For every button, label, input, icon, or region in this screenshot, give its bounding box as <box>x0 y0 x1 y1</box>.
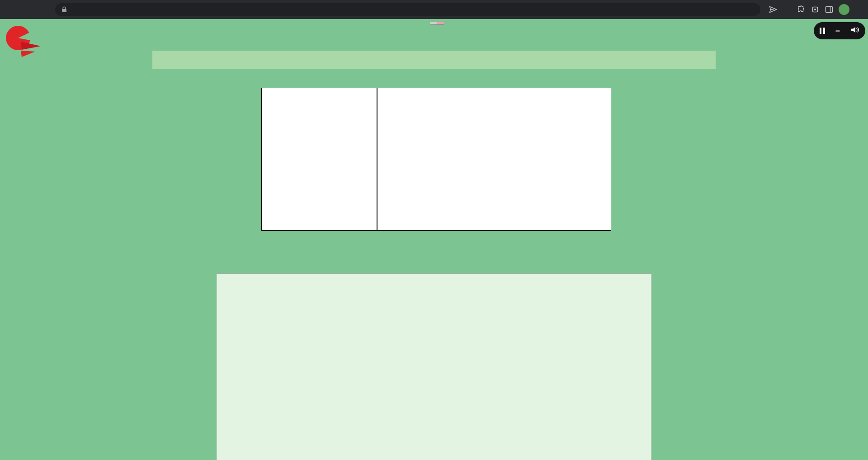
toolbar-icons <box>769 4 863 15</box>
heatmap-xaxis-ticks <box>377 231 611 241</box>
extensions-puzzle-icon[interactable] <box>797 5 806 14</box>
hourly-heatmap <box>377 88 611 231</box>
heatmap-xaxis-label <box>377 241 611 250</box>
audio-time-dash <box>835 30 840 32</box>
back-button[interactable] <box>5 2 19 17</box>
audio-player <box>814 22 865 39</box>
version-badge <box>430 22 444 24</box>
bar-xaxis-label <box>261 241 377 250</box>
spectrogram-image <box>222 280 646 460</box>
audio-pause-button[interactable] <box>820 28 825 34</box>
bookmark-star-icon[interactable] <box>783 5 792 14</box>
send-icon[interactable] <box>769 5 778 14</box>
nav-menu <box>152 51 716 69</box>
birdnetpi-logo <box>4 24 44 62</box>
bar-xaxis-ticks <box>261 231 377 241</box>
lock-icon <box>61 6 67 13</box>
profile-avatar[interactable] <box>839 4 849 15</box>
url-bar[interactable] <box>55 3 760 16</box>
detection-card <box>217 273 652 460</box>
detections-bar-chart <box>261 88 377 231</box>
version-value <box>437 22 444 24</box>
birdnetpi-page <box>0 19 868 460</box>
browser-chrome <box>0 0 868 19</box>
reload-button[interactable] <box>36 2 50 17</box>
chart-species-labels <box>211 88 261 231</box>
pinned-extension-icon[interactable] <box>811 5 820 14</box>
audio-volume-icon[interactable] <box>850 26 859 36</box>
forward-button[interactable] <box>20 2 34 17</box>
top10-chart <box>211 88 611 250</box>
side-panel-icon[interactable] <box>825 5 834 14</box>
version-label <box>430 22 437 24</box>
browser-menu-icon[interactable] <box>854 5 863 14</box>
